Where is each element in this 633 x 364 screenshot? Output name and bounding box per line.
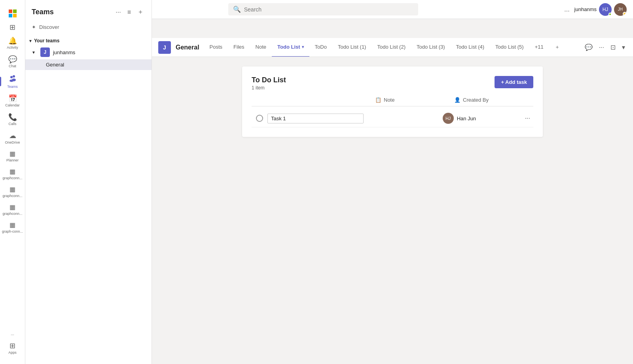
graphconn1-icon: ▦: [9, 169, 15, 175]
rail-label-graphconn1: graphconn...: [2, 176, 22, 180]
rail-label-planner: Planner: [6, 158, 19, 162]
tab-todo[interactable]: ToDo: [309, 38, 332, 57]
task-check-cell[interactable]: [252, 115, 267, 122]
channel-name: General: [46, 62, 64, 68]
your-teams-label: Your teams: [34, 38, 59, 44]
channel-header-right: 💬 ··· ⊡ ▾: [583, 42, 627, 53]
rail-more-button[interactable]: ...: [0, 328, 25, 339]
chevron-down-icon: ▾: [302, 45, 304, 49]
tab-todolist1[interactable]: Todo List (1): [332, 38, 372, 57]
task-more-button[interactable]: ···: [522, 113, 533, 123]
task-name-input[interactable]: [267, 114, 364, 123]
sidebar-filter-button[interactable]: ≡: [126, 7, 133, 17]
channel-row-general[interactable]: General: [25, 59, 152, 70]
tab-todolist[interactable]: Todo List ▾: [272, 38, 309, 57]
task-complete-checkbox[interactable]: [256, 115, 263, 122]
todo-card: To Do List 1 item + Add task 📋 Note 👤 Cr…: [242, 66, 543, 137]
team-name: junhanms: [53, 49, 75, 55]
task-created-by-cell: HJ Han Jun: [443, 113, 522, 124]
rail-item-graphconn3[interactable]: ▦ graphconn...: [0, 201, 25, 219]
sidebar: Teams ··· ≡ ＋ ✦ Discover ▼ Your teams ▼ …: [25, 0, 152, 364]
tab-todolist1-label: Todo List (1): [338, 44, 366, 50]
tab-todo-label: ToDo: [315, 44, 327, 50]
rail-item-calls[interactable]: 📞 Calls: [0, 110, 25, 129]
tab-files[interactable]: Files: [228, 38, 250, 57]
rail-item-apps[interactable]: ⊞ Apps: [0, 339, 25, 358]
svg-rect-3: [13, 14, 17, 17]
tab-todolist3-label: Todo List (3): [417, 44, 445, 50]
tab-todolist-label: Todo List: [277, 44, 300, 50]
icon-rail: ⊞ 🔔 Activity 💬 Chat Teams 📅 Calendar 📞 C…: [0, 0, 25, 364]
tab-todolist4-label: Todo List (4): [456, 44, 485, 50]
svg-point-7: [9, 80, 13, 82]
col-task: [267, 97, 375, 103]
sidebar-add-button[interactable]: ＋: [136, 6, 145, 18]
rail-item-planner[interactable]: ▦ Planner: [0, 148, 25, 165]
graphconn2-icon: ▦: [9, 186, 15, 193]
created-by-icon: 👤: [454, 97, 461, 103]
tab-posts-label: Posts: [210, 44, 223, 50]
plus-icon: ＋: [555, 44, 560, 51]
tab-more[interactable]: +11: [529, 38, 549, 57]
tab-todolist4[interactable]: Todo List (4): [451, 38, 490, 57]
col-note-header: 📋 Note: [375, 97, 454, 103]
creator-name: Han Jun: [457, 116, 476, 121]
add-task-button[interactable]: + Add task: [495, 76, 533, 88]
chevron-down-icon: ▼: [28, 39, 32, 43]
svg-point-4: [13, 75, 15, 78]
svg-point-6: [10, 76, 13, 78]
your-teams-header[interactable]: ▼ Your teams: [25, 36, 152, 45]
rail-item-chat[interactable]: 💬 Chat: [0, 53, 25, 71]
todo-card-title-group: To Do List 1 item: [252, 76, 286, 91]
tab-add-button[interactable]: ＋: [549, 38, 565, 57]
chat-icon-button[interactable]: 💬: [583, 42, 594, 53]
tab-todolist3[interactable]: Todo List (3): [411, 38, 451, 57]
tab-posts[interactable]: Posts: [204, 38, 228, 57]
sidebar-actions: ··· ≡ ＋: [114, 6, 145, 18]
tab-todolist5-label: Todo List (5): [495, 44, 524, 50]
rail-label-calendar: Calendar: [5, 103, 20, 107]
chat-icon: 💬: [8, 56, 17, 63]
rail-label-activity: Activity: [7, 46, 18, 49]
status-badge: [623, 12, 627, 16]
chevron-button[interactable]: ▾: [620, 42, 627, 53]
rail-item-teams[interactable]: Teams: [0, 71, 25, 92]
team-row-junhanms[interactable]: ▼ J junhanms: [25, 45, 152, 59]
svg-rect-1: [13, 9, 17, 13]
sidebar-header: Teams ··· ≡ ＋: [25, 0, 152, 21]
topbar-more-button[interactable]: ...: [563, 4, 571, 15]
tab-todolist2[interactable]: Todo List (2): [371, 38, 411, 57]
col-check: [252, 97, 267, 103]
search-input[interactable]: [244, 6, 413, 13]
rail-item-graphconn4[interactable]: ▦ graph-conn...: [0, 219, 25, 237]
graphconn4-icon: ▦: [9, 222, 15, 228]
topbar: 🔍 ... junhanms HJ JH: [152, 0, 633, 19]
channel-more-button[interactable]: ···: [597, 42, 606, 53]
username-label: junhanms: [574, 6, 597, 12]
rail-item-activity[interactable]: 🔔 Activity: [0, 34, 25, 53]
channel-icon: J: [158, 41, 171, 54]
rail-item-onedrive[interactable]: ☁ OneDrive: [0, 129, 25, 148]
tab-todolist5[interactable]: Todo List (5): [490, 38, 529, 57]
user-info[interactable]: junhanms HJ JH: [574, 3, 627, 16]
todo-item-count: 1 item: [252, 85, 286, 91]
search-box[interactable]: 🔍: [228, 3, 418, 15]
ms-logo[interactable]: [0, 5, 25, 21]
discover-label: Discover: [39, 24, 59, 30]
discover-item[interactable]: ✦ Discover: [25, 21, 152, 33]
rail-item-calendar[interactable]: 📅 Calendar: [0, 92, 25, 110]
rail-item-graphconn2[interactable]: ▦ graphconn...: [0, 183, 25, 201]
tab-note[interactable]: Note: [250, 38, 272, 57]
online-status-dot: [608, 13, 612, 16]
grid-icon: ⊞: [9, 24, 15, 31]
rail-item-grid[interactable]: ⊞: [0, 21, 25, 34]
rail-item-graphconn1[interactable]: ▦ graphconn...: [0, 165, 25, 183]
expand-button[interactable]: ⊡: [609, 42, 617, 53]
sparkle-icon: ✦: [32, 24, 36, 30]
onedrive-icon: ☁: [9, 132, 16, 139]
teams-icon: [9, 74, 17, 83]
sidebar-title: Teams: [32, 8, 54, 16]
todo-column-headers: 📋 Note 👤 Created By: [252, 97, 533, 106]
creator-avatar: HJ: [443, 113, 454, 124]
sidebar-more-button[interactable]: ···: [114, 7, 122, 17]
